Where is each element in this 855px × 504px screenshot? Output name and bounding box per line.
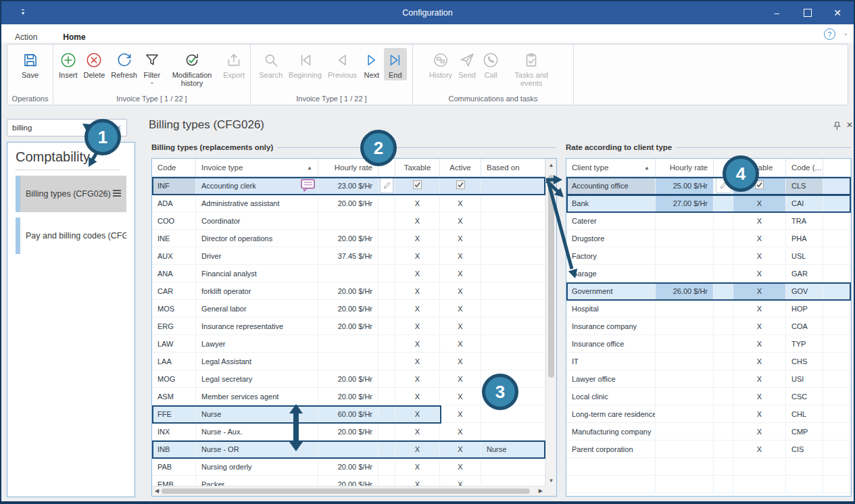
table-row[interactable]: Government26.00 $/HrXGOV <box>566 282 851 300</box>
comment-icon[interactable] <box>301 179 316 193</box>
vertical-scroll-thumb[interactable] <box>548 175 554 378</box>
table-row[interactable]: MOSGeneral labor20.00 $/HrXX <box>152 300 545 318</box>
next-button[interactable]: Next <box>360 48 383 80</box>
table-row[interactable]: FactoryXUSL <box>566 247 851 265</box>
column-header[interactable]: Code <box>152 159 196 176</box>
filter-button[interactable]: Filter⌄ <box>141 48 164 86</box>
groupbox-rule <box>676 147 851 148</box>
table-row[interactable]: ASMMember services agent20.00 $/HrXX <box>152 388 545 405</box>
table-row[interactable]: Insurance companyXCOA <box>566 318 851 335</box>
table-row[interactable]: LAALegal AssistantXX <box>152 353 545 370</box>
refresh-icon <box>116 49 133 71</box>
help-chevron-icon[interactable]: ⌄ <box>843 30 848 36</box>
vertical-scrollbar[interactable]: ▲▼ <box>545 159 556 487</box>
column-header[interactable] <box>823 159 851 176</box>
pin-icon[interactable] <box>833 122 841 134</box>
table-row[interactable]: Insurance officeXTYP <box>566 335 851 353</box>
call-button: Call <box>479 48 502 80</box>
table-row[interactable]: PABNursing orderly20.00 $/HrXX <box>152 458 545 476</box>
table-row[interactable]: Manufacturing companyXCMP <box>566 423 851 440</box>
table-row[interactable]: Lawyer officeXUSI <box>566 370 851 388</box>
chevron-down-icon[interactable]: ⌄ <box>149 80 154 85</box>
close-button[interactable]: ✕ <box>825 1 850 24</box>
table-row[interactable]: Bank27.00 $/HrXCAI <box>566 195 851 212</box>
maximize-button[interactable] <box>796 1 820 24</box>
menu-icon[interactable] <box>112 189 122 199</box>
cell-value: X <box>415 393 420 401</box>
table-row[interactable]: ADAAdministrative assistant20.00 $/HrXX <box>152 195 545 212</box>
column-header[interactable]: Taxable <box>733 159 786 176</box>
checkbox-checked-icon[interactable] <box>456 180 465 191</box>
clear-search-icon[interactable]: ✕ <box>116 124 122 132</box>
pencil-icon[interactable] <box>380 178 393 193</box>
ribbon-group-label: Invoice Type [ 1 / 22 ] <box>251 95 412 103</box>
sidebar-item[interactable]: Billing types (CFG026) <box>16 176 126 212</box>
help-icon[interactable]: ? <box>824 28 835 40</box>
column-header[interactable]: Based on <box>481 159 545 176</box>
table-row[interactable]: CARforklift operator20.00 $/HrXX <box>152 282 545 300</box>
table-row[interactable]: HospitalXHOP <box>566 300 851 318</box>
minimize-button[interactable]: – <box>764 1 789 24</box>
column-header[interactable]: Hourly rate <box>656 159 714 176</box>
column-header[interactable]: Invoice type▲ <box>196 159 318 176</box>
checkbox-checked-icon[interactable] <box>413 180 422 191</box>
cell-edit <box>714 335 733 353</box>
search-input[interactable]: billing ✕ <box>7 119 127 136</box>
sidebar-item[interactable]: Pay and billing codes (CFG... <box>16 218 126 254</box>
column-header[interactable]: Hourly rate <box>318 159 378 176</box>
table-row[interactable]: ANAFinancial analystXX <box>152 265 545 282</box>
scroll-up-icon[interactable]: ▲ <box>546 162 556 168</box>
table-row[interactable]: ERGInsurance representative20.00 $/HrXX <box>152 318 545 335</box>
insert-button[interactable]: Insert <box>56 48 80 80</box>
refresh-button[interactable]: Refresh <box>108 48 140 80</box>
column-header[interactable] <box>714 159 733 176</box>
column-header[interactable]: Client type▲ <box>566 159 656 176</box>
table-cell <box>823 476 851 493</box>
cell-value: Accounting office <box>572 182 629 190</box>
table-header-row: Client type▲Hourly rateTaxableCode (... <box>566 159 851 177</box>
cell-active: X <box>440 300 481 318</box>
checkbox-checked-icon[interactable] <box>755 180 764 191</box>
cell-value: CMP <box>791 428 808 436</box>
table-row[interactable]: INFAccounting clerk23.00 $/Hr <box>152 177 545 195</box>
table-row[interactable]: LAWLawyerXX <box>152 335 545 353</box>
cell-edit <box>378 265 395 282</box>
table-row[interactable]: INBNurse - ORXXNurse <box>152 440 545 458</box>
scroll-right-icon[interactable]: ▶ <box>539 488 543 494</box>
table-row[interactable]: GarageXGAR <box>566 265 851 282</box>
table-row[interactable]: DrugstoreXPHA <box>566 230 851 247</box>
delete-button[interactable]: Delete <box>81 48 108 80</box>
scroll-left-icon[interactable]: ◀ <box>155 488 159 494</box>
table-row[interactable]: FFENurse60.00 $/HrXX <box>152 405 545 423</box>
column-header[interactable] <box>378 159 395 176</box>
save-button[interactable]: Save <box>19 48 42 80</box>
pencil-icon[interactable] <box>716 178 731 193</box>
table-row[interactable]: ITXCHS <box>566 353 851 370</box>
table-row[interactable]: INXNurse - Aux.20.00 $/HrXX <box>152 423 545 440</box>
horizontal-scrollbar[interactable]: ◀▶ <box>152 486 545 496</box>
table-row[interactable]: Parent corporationXCIS <box>566 440 851 458</box>
table-row[interactable]: MOGLegal secretary20.00 $/HrXX <box>152 370 545 388</box>
cell-value: Driver <box>201 252 221 260</box>
column-header[interactable]: Code (... <box>786 159 823 176</box>
modification-history-button[interactable]: Modification history <box>164 48 220 89</box>
column-header[interactable]: Active <box>440 159 481 176</box>
cell-code: INB <box>152 440 196 458</box>
table-row[interactable]: Local clinicXCSC <box>566 388 851 405</box>
table-row[interactable]: Accounting office25.00 $/HrCLS <box>566 177 851 195</box>
cell-value: X <box>458 375 462 383</box>
table-row[interactable]: CatererXTRA <box>566 212 851 230</box>
table-row[interactable]: AUXDriver37.45 $/HrXX <box>152 247 545 265</box>
cell-active: X <box>440 265 481 282</box>
table-row[interactable]: INEDirector of operations20.00 $/HrXX <box>152 230 545 247</box>
horizontal-scroll-thumb[interactable] <box>162 488 530 494</box>
scroll-down-icon[interactable]: ▼ <box>546 478 556 484</box>
end-button[interactable]: End <box>384 48 407 80</box>
column-header[interactable]: Taxable <box>395 159 440 176</box>
panel-close-icon[interactable]: ✕ <box>846 120 853 130</box>
cell-value: X <box>415 410 420 418</box>
table-row[interactable]: Long-term care residenceXCHL <box>566 405 851 423</box>
cell-client-type: Manufacturing company <box>566 423 656 440</box>
groupbox-rule <box>277 147 556 148</box>
table-row[interactable]: COOCoordinatorXX <box>152 212 545 230</box>
